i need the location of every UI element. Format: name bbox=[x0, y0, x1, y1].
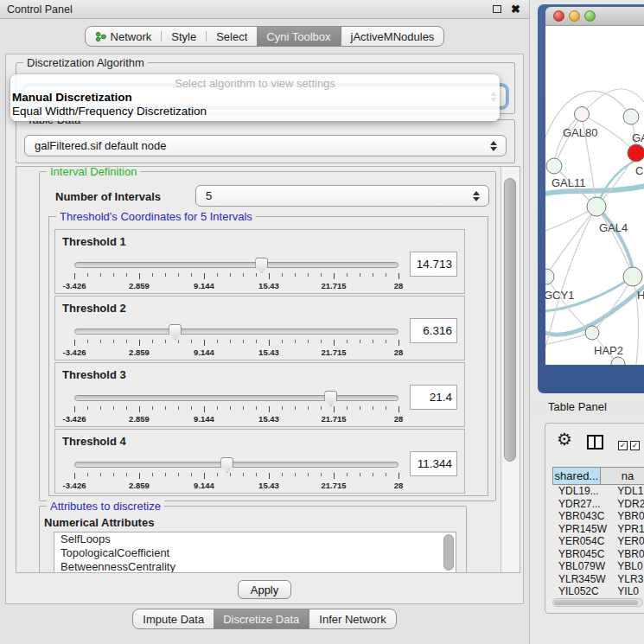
network-window-titlebar[interactable] bbox=[545, 7, 644, 26]
table-row[interactable]: YIL052CYIL0 bbox=[552, 585, 644, 596]
combo-arrows-icon bbox=[490, 140, 498, 152]
network-node[interactable] bbox=[587, 197, 606, 216]
threshold-3-slider[interactable]: -3.4262.8599.14415.4321.71528 bbox=[74, 387, 399, 425]
minimize-traffic-light-icon[interactable] bbox=[569, 10, 580, 22]
dropdown-option-manual-discretization[interactable]: Manual Discretization bbox=[12, 91, 132, 104]
checkbox-icon[interactable]: ✓ bbox=[618, 441, 628, 450]
bottom-tabbar: Impute Data Discretize Data Infer Networ… bbox=[0, 609, 529, 629]
network-node[interactable] bbox=[546, 158, 562, 174]
tab-style[interactable]: Style bbox=[162, 27, 206, 46]
tab-infer-network[interactable]: Infer Network bbox=[309, 609, 395, 628]
tab-jactivemnodules[interactable]: jActiveMNodules bbox=[341, 27, 444, 46]
threshold-2-value-field[interactable] bbox=[410, 318, 457, 343]
list-scrollbar[interactable] bbox=[443, 534, 454, 571]
scrollbar-thumb[interactable] bbox=[554, 600, 638, 605]
table-row[interactable]: YDR27...YDR2 bbox=[552, 498, 644, 511]
table-row[interactable]: YER054CYER0 bbox=[552, 535, 644, 548]
list-item[interactable]: SelfLoops bbox=[54, 532, 456, 546]
tab-network[interactable]: Network bbox=[86, 27, 162, 46]
threshold-4-value-field[interactable] bbox=[410, 451, 457, 476]
column-header-shared[interactable]: shared... bbox=[552, 467, 601, 485]
table-panel: ⚙ ✓ ✓ shared... na YDL19...YDL1YDR27...Y… bbox=[545, 423, 644, 614]
list-item[interactable]: TopologicalCoefficient bbox=[54, 546, 456, 560]
network-node[interactable] bbox=[575, 107, 590, 122]
horizontal-scrollbar[interactable] bbox=[552, 598, 643, 607]
combo-value: 5 bbox=[206, 189, 212, 202]
apply-button[interactable]: Apply bbox=[238, 580, 291, 599]
threshold-1-slider[interactable]: -3.4262.8599.14415.4321.71528 bbox=[74, 254, 399, 292]
node-label: C bbox=[635, 164, 643, 177]
slider-track[interactable] bbox=[74, 262, 399, 268]
slider-handle[interactable] bbox=[255, 258, 268, 273]
threshold-label: Threshold 3 bbox=[62, 368, 126, 381]
table-row[interactable]: YDL19...YDL1 bbox=[552, 485, 644, 498]
attributes-to-discretize-group: Attributes to discretize Numerical Attri… bbox=[39, 506, 467, 573]
threshold-4-slider[interactable]: -3.4262.8599.14415.4321.71528 bbox=[74, 454, 399, 492]
table-row[interactable]: YLR345WYLR3 bbox=[552, 573, 644, 586]
threshold-label: Threshold 4 bbox=[62, 435, 126, 448]
settings-gear-icon[interactable]: ⚙ bbox=[557, 429, 572, 450]
group-title: Interval Definition bbox=[47, 166, 140, 178]
threshold-coordinates-group: Threshold's Coordinates for 5 Intervals … bbox=[48, 216, 488, 496]
table-panel-title: Table Panel bbox=[548, 400, 607, 413]
split-columns-icon[interactable] bbox=[587, 435, 603, 450]
tab-select[interactable]: Select bbox=[207, 27, 257, 46]
checkbox-icon[interactable]: ✓ bbox=[630, 441, 640, 450]
tab-cyni-toolbox[interactable]: Cyni Toolbox bbox=[257, 27, 340, 46]
slider-ticks bbox=[74, 273, 399, 280]
numerical-attributes-label: Numerical Attributes bbox=[44, 516, 154, 529]
vertical-scrollbar[interactable] bbox=[501, 167, 520, 572]
threshold-1-value-field[interactable] bbox=[410, 252, 457, 277]
slider-handle[interactable] bbox=[169, 324, 182, 340]
control-panel-titlebar: Control Panel ✖ bbox=[0, 0, 529, 19]
slider-track[interactable] bbox=[74, 395, 399, 401]
group-title: Discretization Algorithm bbox=[23, 56, 148, 69]
threshold-2-panel: Threshold 2 -3.4262.8599.14415.4321.7152… bbox=[54, 296, 465, 360]
slider-track[interactable] bbox=[74, 328, 399, 335]
slider-ticks bbox=[74, 406, 399, 413]
table-row[interactable]: YBR043CYBR0 bbox=[552, 510, 644, 523]
float-window-icon[interactable] bbox=[493, 5, 501, 13]
threshold-2-slider[interactable]: -3.4262.8599.14415.4321.71528 bbox=[74, 321, 399, 359]
close-traffic-light-icon[interactable] bbox=[553, 10, 564, 22]
slider-handle[interactable] bbox=[220, 457, 233, 473]
zoom-traffic-light-icon[interactable] bbox=[584, 10, 596, 22]
threshold-4-panel: Threshold 4 -3.4262.8599.14415.4321.7152… bbox=[54, 429, 465, 494]
scrollbar-thumb[interactable] bbox=[504, 178, 516, 462]
slider-track[interactable] bbox=[74, 462, 399, 468]
slider-handle[interactable] bbox=[324, 391, 337, 406]
number-of-intervals-label: Number of Intervals bbox=[55, 190, 161, 203]
table-panel-titlebar: Table Panel bbox=[531, 396, 644, 418]
combo-value: galFiltered.sif default node bbox=[35, 139, 166, 152]
slider-ticks bbox=[74, 340, 399, 347]
numerical-attributes-list[interactable]: SelfLoopsTopologicalCoefficientBetweenne… bbox=[54, 532, 456, 573]
slider-tick-labels: -3.4262.8599.14415.4321.71528 bbox=[74, 414, 399, 424]
node-label: GAL80 bbox=[563, 126, 597, 139]
column-header-name[interactable]: na bbox=[601, 467, 644, 485]
combo-arrows-icon bbox=[473, 190, 481, 202]
network-node[interactable] bbox=[623, 109, 639, 124]
table-row[interactable]: YPR145WYPR1 bbox=[552, 523, 644, 536]
list-item[interactable]: BetweennessCentrality bbox=[54, 560, 456, 573]
table-row[interactable]: YBL079WYBL0 bbox=[552, 560, 644, 573]
network-node[interactable] bbox=[585, 326, 599, 340]
network-node[interactable] bbox=[545, 269, 554, 284]
node-label: GA bbox=[632, 131, 644, 144]
tab-impute-data[interactable]: Impute Data bbox=[133, 609, 214, 628]
node-label: HAP2 bbox=[594, 344, 623, 357]
network-icon bbox=[95, 31, 106, 42]
table-row[interactable]: YBR045CYBR0 bbox=[552, 548, 644, 561]
close-icon[interactable]: ✖ bbox=[511, 3, 520, 16]
node-label: GAL4 bbox=[599, 221, 628, 234]
network-node[interactable] bbox=[628, 144, 644, 162]
network-node[interactable] bbox=[623, 267, 642, 286]
table-data-combobox[interactable]: galFiltered.sif default node bbox=[24, 135, 507, 156]
number-of-intervals-combobox[interactable]: 5 bbox=[195, 185, 489, 207]
group-title: Attributes to discretize bbox=[47, 500, 164, 513]
tab-discretize-data[interactable]: Discretize Data bbox=[214, 609, 309, 628]
network-canvas[interactable]: GAL80GACGAL11GAL4GCY1HHAP2 bbox=[545, 26, 644, 365]
slider-tick-labels: -3.4262.8599.14415.4321.71528 bbox=[74, 348, 399, 357]
interval-definition-group: Interval Definition Number of Intervals … bbox=[39, 171, 496, 501]
dropdown-option-equal-width[interactable]: Equal Width/Frequency Discretization bbox=[12, 105, 207, 118]
threshold-3-value-field[interactable] bbox=[410, 385, 457, 410]
